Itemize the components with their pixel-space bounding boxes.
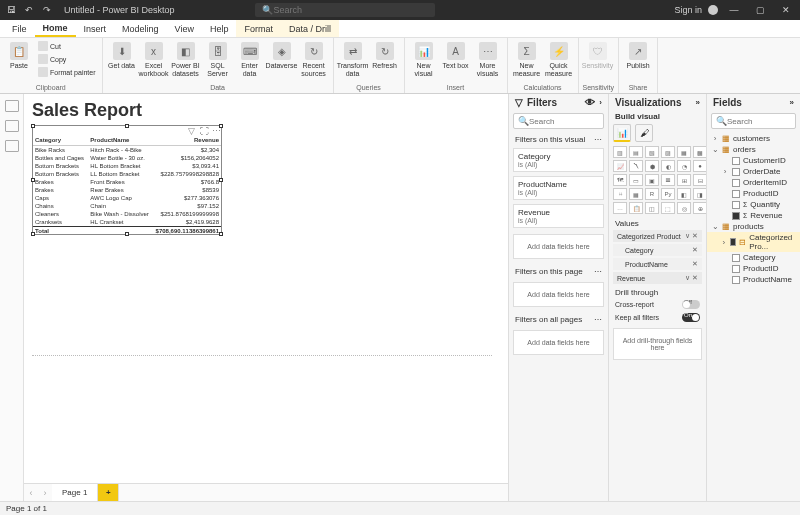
viz-type-button[interactable]: ⌗	[613, 188, 627, 200]
viz-type-button[interactable]: ⬚	[661, 202, 675, 214]
well-hierarchy[interactable]: Categorized Product∨✕	[613, 230, 702, 242]
field-productname[interactable]: ProductName	[707, 274, 800, 285]
field-category[interactable]: Category	[707, 252, 800, 263]
titlebar-search-input[interactable]	[273, 5, 428, 15]
field-quantity[interactable]: ΣQuantity	[707, 199, 800, 210]
tab-insert[interactable]: Insert	[76, 20, 115, 37]
model-view-icon[interactable]	[5, 140, 19, 152]
more-icon[interactable]: ⋯	[594, 135, 602, 144]
checkbox-icon[interactable]	[732, 157, 740, 165]
checkbox-icon[interactable]	[732, 212, 740, 220]
sql-server-button[interactable]: 🗄SQL Server	[203, 40, 233, 77]
format-painter-button[interactable]: Format painter	[36, 66, 98, 78]
undo-icon[interactable]: ↶	[22, 3, 36, 17]
more-visuals-button[interactable]: ⋯More visuals	[473, 40, 503, 77]
checkbox-icon[interactable]	[732, 168, 740, 176]
viz-type-button[interactable]: ◐	[661, 160, 675, 172]
viz-type-button[interactable]: ⬢	[645, 160, 659, 172]
refresh-button[interactable]: ↻Refresh	[370, 40, 400, 70]
report-canvas[interactable]: Sales Report ▽ ⛶ ⋯ Category ProductName …	[24, 94, 508, 501]
titlebar-search[interactable]: 🔍	[255, 3, 435, 17]
get-data-button[interactable]: ⬇Get data	[107, 40, 137, 70]
viz-type-button[interactable]: 📋	[629, 202, 643, 214]
focus-icon[interactable]: ⛶	[200, 126, 208, 134]
well-productname[interactable]: ProductName✕	[613, 258, 702, 270]
table-row[interactable]: CapsAWC Logo Cap$277.363076	[32, 194, 222, 202]
viz-type-button[interactable]: ▩	[693, 146, 707, 158]
save-icon[interactable]: 🖫	[4, 3, 18, 17]
checkbox-icon[interactable]	[730, 238, 736, 246]
new-visual-button[interactable]: 📊New visual	[409, 40, 439, 77]
more-icon[interactable]: ⋯	[212, 126, 220, 134]
cross-report-toggle[interactable]: Off	[682, 300, 700, 309]
pbi-datasets-button[interactable]: ◧Power BI datasets	[171, 40, 201, 77]
maximize-icon[interactable]: ▢	[750, 2, 770, 18]
viz-type-button[interactable]: ◔	[677, 160, 691, 172]
eye-icon[interactable]: 👁	[585, 97, 595, 108]
filters-visual-dropzone[interactable]: Add data fields here	[513, 234, 604, 259]
page-tab-1[interactable]: Page 1	[52, 484, 98, 501]
collapse-icon[interactable]: ›	[599, 98, 602, 107]
more-icon[interactable]: ⋯	[594, 315, 602, 324]
build-tab-icon[interactable]: 📊	[613, 124, 631, 142]
tab-home[interactable]: Home	[35, 20, 76, 37]
table-orders[interactable]: ⌄▦orders	[707, 144, 800, 155]
viz-type-button[interactable]: ▭	[629, 174, 643, 186]
filter-card-productname[interactable]: ProductNameis (All)	[513, 176, 604, 200]
table-row[interactable]: BrakesRear Brakes$8539	[32, 186, 222, 194]
viz-type-button[interactable]: ●	[693, 160, 707, 172]
sensitivity-button[interactable]: 🛡Sensitivity	[583, 40, 613, 70]
enter-data-button[interactable]: ⌨Enter data	[235, 40, 265, 77]
table-customers[interactable]: ›▦customers	[707, 133, 800, 144]
page-prev[interactable]: ‹	[24, 484, 38, 501]
field-categorizedpro[interactable]: ›⊟Categorized Pro...	[707, 232, 800, 252]
more-icon[interactable]: ⋯	[594, 267, 602, 276]
cut-button[interactable]: Cut	[36, 40, 98, 52]
tab-modeling[interactable]: Modeling	[114, 20, 167, 37]
viz-type-button[interactable]: ◧	[677, 188, 691, 200]
viz-type-button[interactable]: ◎	[677, 202, 691, 214]
table-row[interactable]: CleanersBike Wash - Dissolver$251.876819…	[32, 210, 222, 218]
table-row[interactable]: CranksetsHL Crankset$2,419.9628	[32, 218, 222, 227]
excel-button[interactable]: xExcel workbook	[139, 40, 169, 77]
checkbox-icon[interactable]	[732, 179, 740, 187]
col-category[interactable]: Category	[32, 135, 87, 146]
fields-search[interactable]: 🔍	[711, 113, 796, 129]
text-box-button[interactable]: AText box	[441, 40, 471, 70]
quick-measure-button[interactable]: ⚡Quick measure	[544, 40, 574, 77]
field-productid[interactable]: ProductID	[707, 188, 800, 199]
viz-type-button[interactable]: ◫	[645, 202, 659, 214]
viz-type-button[interactable]: 🗺	[613, 174, 627, 186]
viz-type-button[interactable]: 📈	[613, 160, 627, 172]
viz-type-button[interactable]: …	[613, 202, 627, 214]
tab-help[interactable]: Help	[202, 20, 237, 37]
report-view-icon[interactable]	[5, 100, 19, 112]
viz-type-button[interactable]: ▥	[613, 146, 627, 158]
checkbox-icon[interactable]	[732, 265, 740, 273]
table-products[interactable]: ⌄▦products	[707, 221, 800, 232]
recent-sources-button[interactable]: ↻Recent sources	[299, 40, 329, 77]
viz-type-button[interactable]: ▤	[629, 146, 643, 158]
field-productid[interactable]: ProductID	[707, 263, 800, 274]
keep-filters-toggle[interactable]: On	[682, 313, 700, 322]
checkbox-icon[interactable]	[732, 276, 740, 284]
close-icon[interactable]: ✕	[776, 2, 796, 18]
tab-format[interactable]: Format	[236, 20, 281, 37]
field-revenue[interactable]: ΣRevenue	[707, 210, 800, 221]
tab-file[interactable]: File	[4, 20, 35, 37]
paste-button[interactable]: 📋Paste	[4, 40, 34, 70]
transform-data-button[interactable]: ⇄Transform data	[338, 40, 368, 77]
drill-dropzone[interactable]: Add drill-through fields here	[613, 328, 702, 360]
viz-type-button[interactable]: ▣	[645, 174, 659, 186]
field-customerid[interactable]: CustomerID	[707, 155, 800, 166]
signin-link[interactable]: Sign in	[674, 5, 702, 15]
checkbox-icon[interactable]	[732, 254, 740, 262]
filter-icon[interactable]: ▽	[188, 126, 196, 134]
collapse-icon[interactable]: »	[790, 98, 794, 107]
table-row[interactable]: Bottles and CagesWater Bottle - 30 oz.$1…	[32, 154, 222, 162]
field-orderitemid[interactable]: OrderItemID	[707, 177, 800, 188]
viz-type-button[interactable]: ⊕	[693, 202, 707, 214]
well-category[interactable]: Category✕	[613, 244, 702, 256]
table-row[interactable]: BrakesFront Brakes$766.8	[32, 178, 222, 186]
redo-icon[interactable]: ↷	[40, 3, 54, 17]
